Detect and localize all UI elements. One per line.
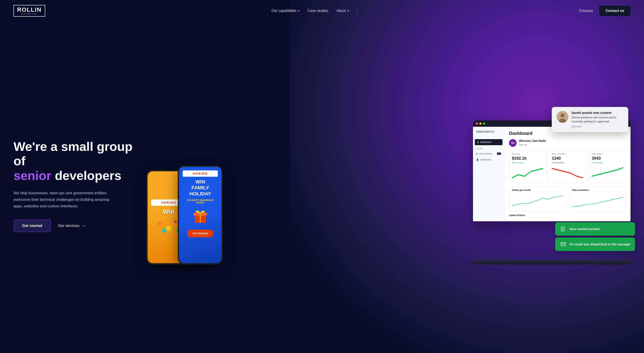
nav-capabilities[interactable]: Our capabilities <box>272 9 300 13</box>
chart-orders-per-month: Orders per month <box>509 186 566 211</box>
svg-point-8 <box>158 222 162 226</box>
nav-right: Français Contact us <box>579 6 630 16</box>
email-icon <box>560 241 567 248</box>
dashboard-mockup: WEBCAMPUS ⊞ Dashboard SHOP ▶ Live course… <box>473 120 630 221</box>
logo-sub-text: STUDIOS <box>22 13 37 15</box>
nav-divider <box>357 8 357 14</box>
notification-body: Daniel posted a new course and is curren… <box>572 116 623 124</box>
logo[interactable]: ROLLIN STUDIOS <box>14 5 45 17</box>
sidebar-item-customers[interactable]: 👤 Customers <box>473 157 504 163</box>
stat-orders: New orders 3543 7% increase <box>589 150 626 183</box>
phone-win-text-left: Win <box>163 208 174 215</box>
phone-win-text-right: WINFAMILY HOLIDAY <box>183 179 218 197</box>
close-dot <box>476 123 478 125</box>
hero-left: We're a small group of senior developers… <box>14 139 137 232</box>
stat-change-down: 3% decrease <box>552 161 583 164</box>
svg-point-9 <box>166 226 172 231</box>
phone-sub-text: 100 HAPPY BEARSBDAY BOXES <box>183 199 218 204</box>
document-icon <box>560 225 567 233</box>
minimize-dot <box>479 123 482 125</box>
latest-orders-title: Latest Orders <box>509 214 626 217</box>
welcome-section: SR Welcome, Sam Rollin Sign out <box>509 139 626 147</box>
sidebar-section-shop: SHOP <box>473 145 504 151</box>
haribo-logo-right: HARIBO <box>183 170 218 177</box>
laptop-base <box>473 260 630 264</box>
navbar: ROLLIN STUDIOS Our capabilities Case stu… <box>0 0 644 22</box>
svg-point-11 <box>162 228 166 233</box>
svg-point-1 <box>560 114 564 118</box>
sidebar-item-live-courses[interactable]: ▶ Live courses 22 <box>473 151 504 157</box>
notification-card: Daniel posted new content Daniel posted … <box>552 107 628 132</box>
welcome-text: Welcome, Sam Rollin Sign out <box>519 139 546 147</box>
stat-change-up2: 7% increase <box>592 161 623 164</box>
green-badges: New content posted An email was dispatch… <box>555 222 635 251</box>
notification-content: Daniel posted new content Daniel posted … <box>572 111 623 128</box>
sidebar-item-dashboard[interactable]: ⊞ Dashboard <box>475 139 502 145</box>
welcome-avatar: SR <box>509 139 517 147</box>
stat-revenue: Revenue $192.1k 32k increase <box>509 150 546 183</box>
nav-case-studies[interactable]: Case studies <box>308 9 328 13</box>
phone-screen-right: HARIBO WINFAMILY HOLIDAY 100 HAPPY BEARS… <box>179 167 222 263</box>
contact-button[interactable]: Contact us <box>599 6 630 16</box>
dashboard-logo: WEBCAMPUS <box>473 130 504 136</box>
our-services-link[interactable]: Our services → <box>58 223 86 228</box>
notification-time: just now <box>572 125 623 128</box>
dashboard-sidebar: WEBCAMPUS ⊞ Dashboard SHOP ▶ Live course… <box>473 127 504 221</box>
chart-total-customers: Total customers <box>569 186 626 211</box>
hero-title: We're a small group of senior developers <box>14 139 137 183</box>
avatar <box>557 111 568 123</box>
chevron-down-icon <box>347 10 349 12</box>
badge-new-content: New content posted <box>555 222 635 236</box>
phone-right: HARIBO WINFAMILY HOLIDAY 100 HAPPY BEARS… <box>178 165 223 264</box>
get-started-button[interactable]: Get started <box>14 219 51 232</box>
nav-links: Our capabilities Case studies About <box>59 8 570 14</box>
nav-about[interactable]: About <box>336 9 349 13</box>
arrow-right-icon: → <box>82 223 86 228</box>
stat-customers: New customers 1340 3% decrease <box>549 150 586 183</box>
hero-description: We help businesses, start-ups and govern… <box>14 190 119 210</box>
logo-main-text: ROLLIN <box>17 7 42 13</box>
hero-actions: Get started Our services → <box>14 219 137 232</box>
dashboard-inner: WEBCAMPUS ⊞ Dashboard SHOP ▶ Live course… <box>473 127 630 221</box>
expand-dot <box>483 123 485 125</box>
hero-section: We're a small group of senior developers… <box>0 22 644 353</box>
charts-row: Orders per month Total customers <box>509 186 626 211</box>
hero-devices: Daniel posted new content Daniel posted … <box>151 107 630 264</box>
stats-row: Revenue $192.1k 32k increase New custome… <box>509 150 626 183</box>
notification-title: Daniel posted new content <box>572 111 623 115</box>
get-started-phone-button[interactable]: Get Started! <box>187 230 214 237</box>
chevron-down-icon <box>298 10 300 12</box>
svg-point-10 <box>174 220 177 223</box>
language-button[interactable]: Français <box>579 9 593 13</box>
badge-email-dispatched: An email was dispatched to the manager <box>555 237 635 251</box>
stat-change-up: 32k increase <box>512 161 543 164</box>
dashboard-main: Dashboard SR Welcome, Sam Rollin Sign ou… <box>504 127 630 221</box>
